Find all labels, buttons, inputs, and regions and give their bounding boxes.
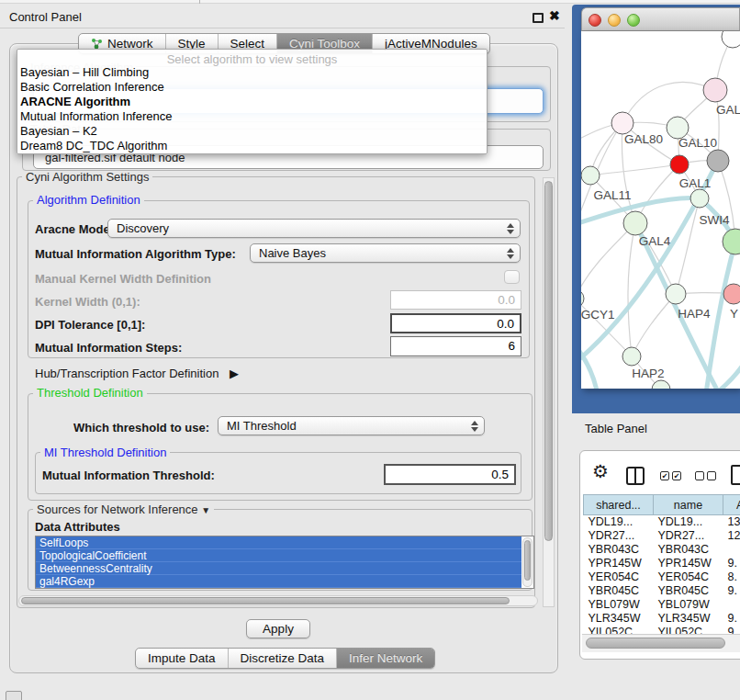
bottom-tabbar: Impute DataDiscretize DataInfer Network <box>135 648 435 669</box>
deselect-all-columns-icon[interactable] <box>695 471 716 480</box>
mi-algorithm-type-select[interactable]: Naive Bayes <box>250 243 521 263</box>
export-table-icon[interactable] <box>731 465 740 485</box>
top-strip <box>0 0 740 4</box>
network-node[interactable] <box>581 166 600 185</box>
tab-impute-data[interactable]: Impute Data <box>136 649 228 668</box>
kernel-width-label: Kernel Width (0,1): <box>35 295 140 309</box>
network-node-label: HAP2 <box>632 367 664 380</box>
algorithm-menu-item-dream8-dc-tdc-algorithm[interactable]: Dream8 DC_TDC Algorithm <box>17 139 487 153</box>
network-node[interactable] <box>723 284 740 304</box>
table-row[interactable]: YDL19...YDL19...13 <box>584 515 740 529</box>
table-settings-gear-icon[interactable]: ⚙ <box>592 460 609 482</box>
network-node[interactable] <box>723 229 740 254</box>
algorithm-menu-item-bayesian-hill-climbing[interactable]: Bayesian – Hill Climbing <box>17 65 487 80</box>
table-row[interactable]: YDR27...YDR27...12 <box>584 529 740 543</box>
network-node[interactable] <box>722 31 740 48</box>
aracne-mode-select[interactable]: Discovery <box>107 219 521 238</box>
minimize-window-icon[interactable] <box>608 14 621 27</box>
manual-kernel-width-checkbox[interactable] <box>504 270 520 284</box>
column-header-shared[interactable]: shared... <box>584 495 654 515</box>
hub-definition-expander[interactable]: Hub/Transcription Factor Definition ▶ <box>35 367 239 380</box>
table-cell: YLR345W <box>654 612 723 626</box>
attribute-list-item-topologicalcoefficient[interactable]: TopologicalCoefficient <box>36 549 521 562</box>
algorithm-menu-item-mutual-information-inference[interactable]: Mutual Information Inference <box>17 109 487 124</box>
table-row[interactable]: YBL079WYBL079W <box>584 598 740 612</box>
table-row[interactable]: YPR145WYPR145W9. <box>584 557 740 570</box>
network-window-titlebar[interactable] <box>581 7 740 31</box>
table-cell: YER054C <box>584 570 654 584</box>
algorithm-menu-item-bayesian-k2[interactable]: Bayesian – K2 <box>17 124 487 139</box>
table-cell: YBL079W <box>654 598 723 612</box>
expander-arrow-icon: ▶ <box>230 367 239 380</box>
network-node[interactable] <box>703 78 727 102</box>
network-edge[interactable] <box>632 294 676 356</box>
settings-vertical-scrollbar-thumb[interactable] <box>544 181 553 541</box>
mi-threshold-input[interactable]: 0.5 <box>384 464 516 485</box>
attribute-list-item-gal4rgexp[interactable]: gal4RGexp <box>36 575 521 588</box>
network-edge[interactable] <box>635 223 721 389</box>
algorithm-menu-item-aracne-algorithm[interactable]: ARACNE Algorithm <box>17 95 487 109</box>
sources-title[interactable]: Sources for Network Inference ▼ <box>33 503 214 516</box>
mi-steps-input[interactable]: 6 <box>390 336 521 356</box>
attribute-list-item-selfloops[interactable]: SelfLoops <box>36 536 521 549</box>
network-edge[interactable] <box>628 223 635 356</box>
attribute-list-item-betweennesscentrality[interactable]: BetweennessCentrality <box>36 562 521 575</box>
tab-infer-network[interactable]: Infer Network <box>336 649 434 668</box>
table-horizontal-scrollbar[interactable] <box>582 634 740 652</box>
table-row[interactable]: YLR345WYLR345W9. <box>584 612 740 626</box>
column-header-a[interactable]: A <box>723 495 740 515</box>
table-cell: YBR043C <box>584 543 654 557</box>
which-threshold-select[interactable]: MI Threshold <box>218 416 485 435</box>
list-vertical-scrollbar-thumb[interactable] <box>524 540 531 581</box>
apply-button[interactable]: Apply <box>246 619 310 638</box>
network-canvas[interactable]: GALGAL80GAL10GAL1GAL11SWI4GAL4GCY1HAP4YH… <box>581 31 740 389</box>
settings-vertical-scrollbar[interactable] <box>543 177 555 607</box>
settings-horizontal-scrollbar[interactable] <box>18 595 538 606</box>
table-row[interactable]: YER054CYER054C8. <box>584 570 740 584</box>
float-panel-icon[interactable] <box>533 13 544 23</box>
network-edge[interactable] <box>590 164 679 175</box>
list-vertical-scrollbar[interactable] <box>522 537 533 587</box>
column-layout-icon[interactable] <box>626 467 645 485</box>
minimized-panel-button[interactable] <box>6 691 22 700</box>
network-node[interactable] <box>670 155 689 174</box>
zoom-window-icon[interactable] <box>627 14 640 27</box>
network-node[interactable] <box>622 347 641 366</box>
close-window-icon[interactable] <box>589 14 601 27</box>
table-cell: YER054C <box>654 570 723 584</box>
network-edge[interactable] <box>581 223 635 299</box>
kernel-width-input[interactable]: 0.0 <box>390 290 521 310</box>
combo-arrows-icon <box>505 223 520 234</box>
network-node[interactable] <box>623 211 647 235</box>
mi-algorithm-type-value: Naive Bayes <box>251 246 505 260</box>
network-node[interactable] <box>690 189 709 208</box>
table-row[interactable]: YBR043CYBR043C <box>584 543 740 557</box>
column-header-name[interactable]: name <box>654 495 723 515</box>
table-header-row: shared...nameA <box>584 495 740 515</box>
network-edge[interactable] <box>676 198 700 294</box>
table-horizontal-scrollbar-thumb[interactable] <box>586 638 725 649</box>
table-row[interactable]: YBR045CYBR045C9. <box>584 584 740 598</box>
tab-label: Infer Network <box>349 651 422 665</box>
aracne-mode-value: Discovery <box>108 221 505 235</box>
table-cell: 13 <box>723 515 740 529</box>
network-node[interactable] <box>666 284 686 304</box>
table-cell: YBR043C <box>654 543 723 557</box>
data-attributes-list[interactable]: SelfLoopsTopologicalCoefficientBetweenne… <box>35 536 534 589</box>
network-node[interactable] <box>707 150 729 172</box>
mi-steps-label: Mutual Information Steps: <box>35 341 182 355</box>
network-node-label: Y <box>730 307 738 321</box>
network-node[interactable] <box>581 289 584 308</box>
dpi-tolerance-input[interactable]: 0.0 <box>390 313 521 333</box>
select-all-columns-icon[interactable]: ✔ ✔ <box>660 471 681 480</box>
network-node[interactable] <box>611 112 633 134</box>
close-panel-icon[interactable]: ✖ <box>549 8 560 23</box>
tab-discretize-data[interactable]: Discretize Data <box>228 649 337 668</box>
table-panel-container: ⚙ ✔ ✔ shared...nameAYDL19...YDL19...13YD… <box>579 450 740 660</box>
network-node[interactable] <box>652 380 670 389</box>
table-cell: 9. <box>723 612 740 626</box>
tab-label: Discretize Data <box>241 651 325 665</box>
settings-horizontal-scrollbar-thumb[interactable] <box>21 597 510 604</box>
algorithm-menu-item-basic-correlation-inference[interactable]: Basic Correlation Inference <box>17 80 487 95</box>
network-node-label: GAL4 <box>639 234 671 248</box>
